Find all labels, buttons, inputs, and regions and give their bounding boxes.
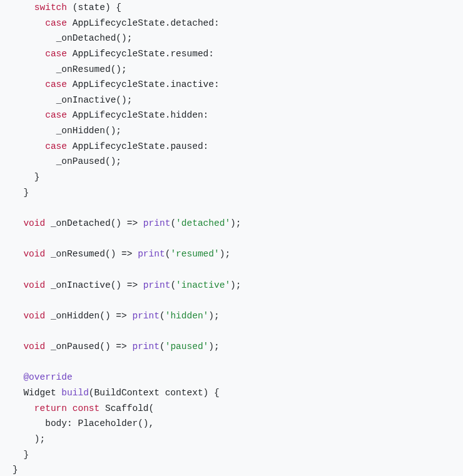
- fn-print: print: [132, 311, 160, 321]
- brace-close: }: [13, 465, 18, 475]
- string-paused: 'paused': [165, 342, 209, 352]
- call-onresumed: _onResumed: [56, 64, 111, 74]
- fn-print: print: [143, 218, 171, 228]
- paren-open: (: [116, 33, 121, 43]
- paren-close: ): [230, 280, 236, 290]
- comma: ,: [149, 418, 155, 428]
- semicolon: ;: [121, 64, 127, 74]
- call-ondetached: _onDetached: [56, 33, 116, 43]
- keyword-const: const: [73, 403, 100, 413]
- paren-open: (: [105, 126, 111, 136]
- paren-open: (: [99, 311, 105, 321]
- colon: :: [203, 141, 209, 151]
- call-oninactive: _onInactive: [56, 95, 116, 105]
- class-widget: Widget: [23, 388, 56, 398]
- paren-close: ): [105, 342, 111, 352]
- paren-open: (: [116, 95, 121, 105]
- method-onpaused: _onPaused: [51, 342, 99, 352]
- enum-resumed: resumed: [170, 49, 208, 59]
- keyword-void: void: [23, 218, 45, 228]
- string-resumed: 'resumed': [170, 249, 219, 259]
- brace-open: {: [214, 388, 220, 398]
- paren-close: ): [105, 3, 111, 13]
- class-buildcontext: BuildContext: [94, 388, 160, 398]
- keyword-case: case: [45, 49, 67, 59]
- colon: :: [67, 418, 73, 428]
- paren-close: ): [111, 249, 116, 259]
- paren-close: ): [143, 418, 149, 428]
- annotation-override: @override: [23, 372, 72, 382]
- method-oninactive: _onInactive: [51, 280, 111, 290]
- fn-print: print: [138, 249, 165, 259]
- arrow: =>: [121, 249, 132, 259]
- enum-paused: paused: [170, 141, 203, 151]
- paren-open: (: [160, 311, 165, 321]
- paren-open: (: [138, 418, 143, 428]
- code-block: switch (state) { case AppLifecycleState.…: [0, 0, 463, 476]
- semicolon: ;: [116, 156, 121, 166]
- method-onresumed: _onResumed: [51, 249, 105, 259]
- identifier-state: state: [78, 3, 105, 13]
- class-applifecyclestate: AppLifecycleState: [73, 141, 165, 151]
- string-inactive: 'inactive': [176, 280, 230, 290]
- keyword-case: case: [45, 141, 67, 151]
- class-applifecyclestate: AppLifecycleState: [73, 18, 165, 28]
- semicolon: ;: [236, 218, 242, 228]
- enum-inactive: inactive: [170, 79, 214, 89]
- arrow: =>: [116, 311, 126, 321]
- paren-open: (: [170, 218, 176, 228]
- keyword-void: void: [23, 280, 45, 290]
- enum-detached: detached: [170, 18, 214, 28]
- fn-print: print: [132, 342, 160, 352]
- semicolon: ;: [225, 249, 230, 259]
- string-hidden: 'hidden': [165, 311, 209, 321]
- string-detached: 'detached': [176, 218, 230, 228]
- keyword-case: case: [45, 110, 67, 120]
- named-arg-body: body: [45, 418, 67, 428]
- colon: :: [214, 18, 220, 28]
- semicolon: ;: [214, 311, 220, 321]
- class-applifecyclestate: AppLifecycleState: [73, 49, 165, 59]
- paren-close: ): [34, 434, 40, 444]
- call-onpaused: _onPaused: [56, 156, 105, 166]
- brace-open: {: [116, 3, 121, 13]
- identifier-context: context: [165, 388, 203, 398]
- method-build: build: [61, 388, 89, 398]
- colon: :: [214, 79, 220, 89]
- semicolon: ;: [214, 342, 220, 352]
- keyword-case: case: [45, 18, 67, 28]
- paren-open: (: [170, 280, 176, 290]
- paren-open: (: [105, 249, 111, 259]
- paren-close: ): [105, 311, 111, 321]
- method-onhidden: _onHidden: [51, 311, 99, 321]
- paren-close: ): [203, 388, 209, 398]
- keyword-switch: switch: [34, 3, 67, 13]
- arrow: =>: [127, 280, 138, 290]
- brace-close: }: [34, 172, 40, 182]
- arrow: =>: [127, 218, 138, 228]
- class-placeholder: Placeholder: [78, 418, 138, 428]
- semicolon: ;: [116, 126, 121, 136]
- colon: :: [208, 49, 214, 59]
- paren-open: (: [160, 342, 165, 352]
- paren-close: ): [230, 218, 236, 228]
- class-scaffold: Scaffold: [105, 403, 149, 413]
- brace-close: }: [23, 188, 29, 198]
- paren-close: ): [121, 95, 127, 105]
- keyword-void: void: [23, 249, 45, 259]
- paren-close: ): [116, 218, 121, 228]
- keyword-void: void: [23, 311, 45, 321]
- keyword-case: case: [45, 79, 67, 89]
- paren-open: (: [149, 403, 155, 413]
- colon: :: [203, 110, 209, 120]
- paren-close: ): [116, 64, 121, 74]
- paren-close: ): [208, 342, 214, 352]
- semicolon: ;: [236, 280, 242, 290]
- fn-print: print: [143, 280, 171, 290]
- method-ondetached: _onDetached: [51, 218, 111, 228]
- keyword-return: return: [34, 403, 67, 413]
- call-onhidden: _onHidden: [56, 126, 105, 136]
- keyword-void: void: [23, 342, 45, 352]
- semicolon: ;: [127, 95, 133, 105]
- semicolon: ;: [127, 33, 133, 43]
